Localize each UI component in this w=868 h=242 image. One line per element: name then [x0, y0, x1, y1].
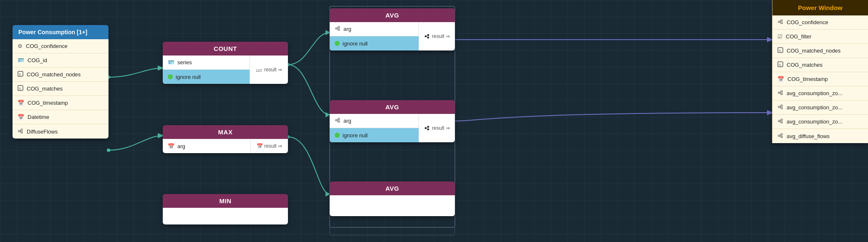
svg-line-49: [780, 92, 781, 93]
svg-point-17: [336, 28, 337, 29]
power-consumption-body: ⚙ COG_confidence 🪪 COG_id S COG_matched_…: [13, 39, 108, 139]
field-label: COG_timestamp: [787, 76, 828, 82]
svg-point-19: [338, 29, 340, 30]
list-item[interactable]: avg_consumption_zo...: [772, 115, 868, 129]
svg-point-57: [781, 119, 782, 121]
svg-point-62: [781, 134, 782, 135]
list-item[interactable]: 📅 COG_timestamp: [13, 96, 108, 110]
nodes-icon: [777, 19, 783, 26]
min-node[interactable]: MIN: [163, 194, 288, 224]
field-label: avg_consumption_zo...: [787, 104, 843, 111]
series-row[interactable]: 🪪 series: [163, 55, 250, 70]
svg-line-30: [337, 119, 338, 120]
power-window-body: COG_confidence ☑ COG_filter S COG_matche…: [772, 15, 868, 143]
calendar-icon: 📅: [18, 114, 24, 120]
nodes-icon: [777, 90, 783, 97]
ignore-null-row[interactable]: ignore null: [330, 36, 419, 50]
field-label: COG_confidence: [26, 43, 68, 49]
node-title: AVG: [386, 12, 399, 19]
field-label: COG_id: [28, 57, 47, 63]
list-item[interactable]: ⚙ COG_confidence: [13, 39, 108, 53]
node-title: COUNT: [214, 45, 237, 52]
field-label: COG_timestamp: [28, 100, 68, 106]
list-item[interactable]: avg_diffuse_flows: [772, 129, 868, 143]
list-item[interactable]: 📅 Datetime: [13, 110, 108, 124]
field-label: COG_matches: [787, 62, 823, 68]
checkbox-icon: ☑: [777, 33, 782, 40]
svg-point-24: [427, 37, 429, 38]
power-consumption-header: Power Consumption [1+]: [13, 25, 108, 39]
green-dot-icon: [335, 133, 340, 138]
list-item[interactable]: 🪪 COG_id: [13, 53, 108, 68]
arg-row[interactable]: 📅 arg: [163, 139, 250, 153]
svg-text:S: S: [19, 73, 21, 76]
green-dot-icon: [335, 41, 340, 46]
svg-point-39: [781, 22, 782, 24]
svg-point-32: [425, 127, 426, 129]
list-item[interactable]: avg_consumption_zo...: [772, 101, 868, 115]
count-node[interactable]: COUNT 🪪 series ignore null 123 result ⇒: [163, 42, 288, 84]
list-icon: S: [777, 61, 783, 68]
svg-line-54: [780, 106, 781, 107]
list-icon: S: [18, 71, 23, 78]
svg-point-23: [427, 34, 429, 36]
field-label: avg_consumption_zo...: [787, 118, 843, 125]
arg-row[interactable]: arg: [330, 22, 419, 36]
id-icon: 🪪: [18, 57, 24, 63]
max-node[interactable]: MAX 📅 arg 📅 result ⇒: [163, 125, 288, 153]
nodes-icon: [777, 118, 783, 125]
avg-node-1[interactable]: AVG arg: [330, 8, 455, 50]
svg-line-40: [780, 21, 781, 22]
nodes-icon: [18, 128, 23, 135]
node-title: AVG: [386, 185, 399, 192]
arg-row[interactable]: arg: [330, 114, 419, 128]
ignore-null-row[interactable]: ignore null: [330, 128, 419, 142]
nodes-icon: [777, 104, 783, 111]
avg-node-3[interactable]: AVG: [330, 182, 455, 216]
list-item[interactable]: S COG_matches: [13, 82, 108, 96]
svg-line-20: [337, 28, 338, 28]
field-label: avg_consumption_zo...: [787, 90, 843, 96]
list-item[interactable]: COG_confidence: [772, 15, 868, 30]
list-item[interactable]: ☑ COG_filter: [772, 30, 868, 44]
id-icon: 🪪: [168, 59, 174, 66]
ignore-null-row[interactable]: ignore null: [163, 70, 250, 84]
svg-point-13: [21, 131, 23, 133]
svg-line-31: [337, 121, 338, 121]
result-port: result ⇒: [424, 125, 450, 131]
list-item[interactable]: DiffuseFlows: [13, 124, 108, 139]
svg-point-18: [338, 26, 340, 28]
svg-line-50: [780, 93, 781, 94]
svg-point-63: [781, 136, 782, 138]
avg-node-2[interactable]: AVG arg: [330, 100, 455, 142]
svg-line-59: [780, 120, 781, 121]
svg-line-64: [780, 135, 781, 136]
svg-line-60: [780, 121, 781, 122]
avg2-body: arg ignore null result ⇒: [330, 114, 455, 142]
list-item[interactable]: 📅 COG_timestamp: [772, 72, 868, 86]
svg-point-12: [21, 129, 23, 131]
result-port: 📅 result ⇒: [257, 143, 282, 149]
svg-point-27: [336, 119, 337, 121]
avg1-body: arg ignore null result ⇒: [330, 22, 455, 50]
svg-point-53: [781, 107, 782, 109]
svg-point-29: [338, 121, 340, 122]
svg-text:S: S: [779, 63, 781, 67]
svg-line-15: [20, 131, 21, 132]
list-item[interactable]: S COG_matched_nodes: [13, 68, 108, 82]
nodes-icon: [777, 133, 783, 140]
count-node-body: 🪪 series ignore null 123 result ⇒: [163, 55, 288, 84]
list-item[interactable]: S COG_matches: [772, 58, 868, 72]
svg-line-35: [426, 127, 427, 128]
svg-point-11: [18, 130, 20, 132]
list-item[interactable]: avg_consumption_zo...: [772, 86, 868, 101]
node-title: MAX: [218, 129, 233, 136]
avg1-header: AVG: [330, 8, 455, 22]
svg-line-55: [780, 107, 781, 108]
svg-line-65: [780, 136, 781, 136]
list-item[interactable]: S COG_matched_nodes: [772, 44, 868, 58]
svg-point-47: [781, 91, 782, 92]
node-title: MIN: [220, 197, 232, 204]
cog-icon: ⚙: [18, 43, 23, 49]
svg-text:123: 123: [256, 68, 262, 72]
